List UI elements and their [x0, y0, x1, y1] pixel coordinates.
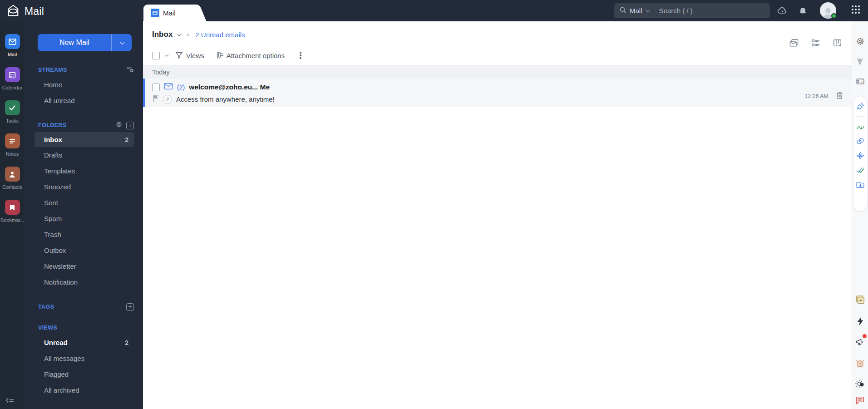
date-group-header: Today — [143, 65, 852, 79]
email-list-item[interactable]: (2) welcome@zoho.eu... Me 2 Access from … — [143, 79, 852, 107]
section-views: VIEWS Unread 2 All messages Flagged All … — [25, 321, 143, 398]
view-all-archived[interactable]: All archived — [25, 382, 143, 398]
rail-item-notes[interactable]: Notes — [0, 133, 25, 157]
tab-mail[interactable]: Mail — [143, 5, 196, 21]
folder-snoozed[interactable]: Snoozed — [25, 179, 143, 195]
delete-email-icon[interactable] — [836, 91, 843, 101]
folder-notification[interactable]: Notification — [25, 274, 143, 290]
sticky-note-add-icon[interactable] — [855, 295, 865, 305]
folders-title: FOLDERS — [38, 122, 67, 128]
unread-envelope-icon — [164, 83, 173, 92]
folder-spam[interactable]: Spam — [25, 211, 143, 227]
collapse-sidebar-icon[interactable] — [5, 397, 15, 406]
folder-newsletter[interactable]: Newsletter — [25, 258, 143, 274]
list-header: Inbox 2 Unread emails — [143, 21, 852, 43]
column-view-icon[interactable] — [833, 39, 843, 49]
email-unread-count: (2) — [177, 84, 185, 91]
new-mail-button[interactable]: New Mail — [38, 34, 132, 51]
unread-view-count: 2 — [125, 339, 128, 346]
folder-sent[interactable]: Sent — [25, 195, 143, 211]
folder-trash[interactable]: Trash — [25, 227, 143, 242]
linked-rings-icon[interactable] — [856, 137, 865, 146]
settings-gear-icon[interactable] — [855, 36, 865, 46]
calendar-app-icon — [5, 67, 20, 82]
app-rail: Mail Calendar Tasks Notes Contacts — [0, 21, 25, 409]
flag-icon[interactable] — [152, 94, 159, 104]
section-tags: TAGS + — [25, 300, 143, 314]
section-streams: STREAMS Home All unread — [25, 63, 143, 108]
add-tag-icon[interactable]: + — [126, 303, 134, 311]
attachment-options-button[interactable]: Attachment options — [215, 51, 285, 59]
list-view-icon[interactable] — [811, 39, 821, 49]
add-folder-icon[interactable]: + — [126, 122, 134, 129]
cloud-sync-icon[interactable] — [776, 5, 788, 17]
folder-outbox[interactable]: Outbox — [25, 242, 143, 258]
select-options-chevron-icon[interactable] — [165, 53, 168, 56]
clip-widget-icon[interactable] — [855, 56, 865, 66]
view-unread[interactable]: Unread 2 — [25, 335, 143, 350]
mail-tab-icon — [151, 9, 159, 17]
reminders-clock-icon[interactable] — [855, 358, 865, 368]
user-avatar[interactable] — [820, 2, 836, 19]
new-mail-dropdown[interactable] — [112, 34, 132, 51]
zoho-mail-app: Mail Mail Search ( / ) — [0, 0, 868, 409]
current-folder-title[interactable]: Inbox — [152, 30, 173, 39]
funnel-icon — [175, 52, 183, 59]
mail-app-icon — [5, 34, 20, 49]
reports-folder-icon[interactable] — [856, 180, 865, 189]
search-icon — [619, 6, 626, 15]
search-bar[interactable]: Mail Search ( / ) — [614, 3, 770, 18]
app-logo[interactable]: Mail — [6, 4, 44, 19]
folders-settings-gear-icon[interactable] — [115, 121, 123, 130]
contacts-app-icon — [5, 167, 20, 182]
lightning-bolt-icon[interactable] — [855, 316, 865, 326]
wallet-card-icon[interactable] — [855, 76, 865, 86]
folder-inbox[interactable]: Inbox 2 — [35, 132, 134, 147]
search-input[interactable]: Search ( / ) — [659, 7, 693, 15]
list-toolbar: Views Attachment options — [143, 46, 852, 65]
rail-item-contacts[interactable]: Contacts — [0, 167, 25, 190]
email-checkbox[interactable] — [152, 84, 160, 91]
section-folders: FOLDERS + Inbox 2 Drafts Templates Snooz… — [25, 118, 143, 290]
knot-icon[interactable] — [856, 151, 865, 160]
dot-separator — [187, 34, 189, 36]
view-flagged[interactable]: Flagged — [25, 366, 143, 382]
signature-hand-icon[interactable] — [856, 122, 865, 131]
views-title: VIEWS — [38, 325, 57, 331]
tab-label: Mail — [163, 9, 176, 17]
view-all-messages[interactable]: All messages — [25, 350, 143, 366]
folder-drafts[interactable]: Drafts — [25, 147, 143, 163]
zoho-mail-logo-icon — [6, 4, 20, 19]
rail-item-calendar[interactable]: Calendar — [0, 67, 25, 90]
rail-item-mail[interactable]: Mail — [0, 34, 25, 57]
select-all-checkbox[interactable] — [152, 52, 160, 59]
email-subject: Access from anywhere, anytime! — [176, 95, 275, 103]
unread-emails-link[interactable]: 2 Unread emails — [195, 31, 245, 39]
folder-dropdown-chevron-icon[interactable] — [177, 32, 182, 36]
thread-count-badge: 2 — [163, 95, 172, 104]
announcements-megaphone-icon[interactable] — [855, 336, 865, 346]
views-filter-button[interactable]: Views — [175, 52, 204, 59]
rail-item-tasks[interactable]: Tasks — [0, 100, 25, 123]
more-options-icon[interactable] — [297, 51, 304, 60]
folder-templates[interactable]: Templates — [25, 163, 143, 179]
integrations-capsule — [853, 97, 867, 211]
double-check-icon[interactable] — [856, 166, 865, 175]
email-sender: welcome@zoho.eu... Me — [189, 83, 270, 91]
apps-grid-icon[interactable] — [852, 5, 860, 14]
search-scope-selector[interactable]: Mail — [630, 7, 642, 15]
stream-home[interactable]: Home — [25, 77, 143, 93]
plugin-icon[interactable] — [856, 102, 865, 111]
streams-settings-icon[interactable] — [126, 66, 134, 74]
feedback-chat-icon[interactable] — [855, 395, 865, 405]
email-timestamp: 12:26 AM — [804, 93, 829, 99]
notifications-bell-icon[interactable] — [797, 5, 809, 17]
divider — [856, 92, 865, 92]
rail-item-bookmarks[interactable]: Bookmar... — [0, 200, 25, 223]
conversation-view-icon[interactable] — [789, 39, 799, 49]
email-list-panel: Inbox 2 Unread emails Views — [143, 21, 852, 409]
new-mail-label[interactable]: New Mail — [38, 34, 112, 51]
theme-toggle-icon[interactable] — [855, 379, 865, 389]
divider — [654, 7, 654, 15]
stream-all-unread[interactable]: All unread — [25, 93, 143, 108]
